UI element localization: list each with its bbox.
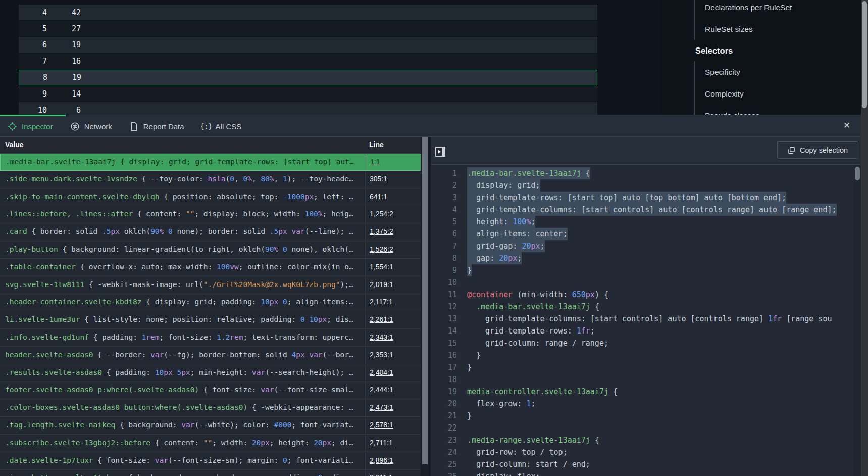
line-link[interactable]: 1,554:1	[370, 263, 393, 271]
line-number: 17	[431, 361, 457, 373]
table-row[interactable]: .results.svelte-asdas0 { padding: 10px 5…	[0, 365, 429, 382]
copy-selection-button[interactable]: Copy selection	[777, 141, 858, 159]
line-link[interactable]: 2,019:1	[370, 280, 393, 289]
chart-row[interactable]: 527	[19, 21, 597, 36]
chart-row-count: 6	[47, 106, 81, 115]
table-row[interactable]: li.svelte-1ume3ur { list-style: none; po…	[0, 312, 429, 329]
code-scrollbar-thumb[interactable]	[855, 167, 860, 180]
code-line: 16 }	[431, 349, 861, 361]
line-link[interactable]: 1,375:2	[370, 227, 393, 235]
line-number: 16	[431, 349, 457, 361]
line-link[interactable]: 2,444:1	[370, 386, 393, 394]
line-cell: 2,473:1	[365, 400, 429, 416]
tab-inspector[interactable]: Inspector	[8, 122, 53, 131]
code-scrollbar[interactable]	[854, 165, 861, 476]
code-text: flex-grow: 1;	[467, 398, 535, 410]
page-scrollbar-thumb[interactable]	[862, 1, 867, 108]
chart-row-value: 4	[19, 8, 47, 17]
tab-report-data[interactable]: Report Data	[129, 122, 184, 131]
line-link[interactable]: 1:1	[370, 158, 380, 166]
code-text: grid-template-columns: [start controls] …	[467, 313, 832, 325]
code-text: grid-gap: 20px;	[467, 240, 545, 252]
table-row[interactable]: .date.svelte-1p7tuxr { font-size: var(--…	[0, 453, 429, 470]
chart-row[interactable]: 442	[19, 5, 597, 20]
tab-label: Network	[84, 122, 112, 131]
line-number: 19	[431, 386, 457, 398]
tab-all-css[interactable]: {:}All CSS	[201, 122, 242, 131]
rule-value: .play-button { background: linear-gradie…	[5, 245, 361, 253]
sidebar-item-ruleset-sizes[interactable]: RuleSet sizes	[695, 18, 846, 40]
network-icon	[70, 122, 80, 131]
close-icon[interactable]: ✕	[843, 121, 850, 130]
table-row[interactable]: .play-button { background: linear-gradie…	[0, 242, 429, 259]
line-link[interactable]: 2,711:1	[370, 439, 393, 447]
table-header: Value Line	[0, 137, 429, 154]
line-cell: 2,578:1	[365, 417, 429, 434]
chart-row-count: 14	[47, 89, 81, 99]
table-scrollbar-thumb[interactable]	[422, 137, 428, 464]
line-link[interactable]: 1,254:2	[370, 210, 393, 218]
chart-row[interactable]: 716	[19, 54, 597, 69]
line-link[interactable]: 2,404:1	[370, 368, 393, 376]
line-link[interactable]: 2,343:1	[370, 333, 393, 341]
table-row[interactable]: header.svelte-asdas0 { --border: var(--f…	[0, 347, 429, 364]
rule-value: li.svelte-1ume3ur { list-style: none; po…	[5, 315, 361, 323]
sidebar-item-complexity[interactable]: Complexity	[695, 83, 846, 105]
line-number: 2	[431, 179, 457, 192]
line-link[interactable]: 2,117:1	[370, 298, 393, 306]
line-link[interactable]: 3,011:1	[370, 473, 393, 476]
line-link[interactable]: 641:1	[370, 193, 387, 201]
tab-network[interactable]: Network	[70, 122, 112, 131]
code-pane: Copy selection 1.media-bar.svelte-13aai7…	[431, 137, 861, 476]
table-row[interactable]: .lines::before, .lines::after { content:…	[0, 206, 429, 223]
chart-row[interactable]: 619	[19, 37, 597, 53]
code-text: }	[467, 349, 481, 361]
rule-value: .header-container.svelte-kbdi8z { displa…	[5, 298, 361, 306]
table-row[interactable]: .side-menu.dark.svelte-1vsndze { --toy-c…	[0, 171, 429, 188]
table-row[interactable]: .table-container { overflow-x: auto; max…	[0, 259, 429, 276]
line-cell: 641:1	[365, 189, 429, 206]
line-link[interactable]: 305:1	[370, 175, 387, 183]
code-text: align-items: center;	[467, 228, 568, 240]
chart-row-value: 5	[19, 24, 47, 33]
line-link[interactable]: 2,578:1	[370, 421, 393, 429]
rule-value: .results.svelte-asdas0 { padding: 10px 5…	[5, 368, 361, 376]
table-row[interactable]: .media-bar.svelte-13aai7j { display: gri…	[0, 154, 429, 171]
code-text: media-controller.svelte-13aai7j {	[467, 386, 618, 398]
line-link[interactable]: 2,473:1	[370, 403, 393, 411]
sidebar-item-specificity[interactable]: Specificity	[695, 61, 846, 83]
table-row[interactable]: .card { border: solid .5px oklch(90% 0 n…	[0, 224, 429, 241]
value-column-header: Value	[5, 140, 24, 149]
code-line: 23.media-range.svelte-13aai7j {	[431, 434, 861, 446]
table-row[interactable]: .skip-to-main-content.svelte-dbylqh { po…	[0, 189, 429, 206]
table-row[interactable]: footer.svelte-asdas0 p:where(.svelte-asd…	[0, 382, 429, 399]
line-column-header[interactable]: Line	[369, 140, 384, 149]
code-text: gap: 20px;	[467, 252, 522, 264]
table-row[interactable]: .icon-button.svelte-1tvhnrz { background…	[0, 470, 429, 476]
sidebar-item-declarations-per-ruleset[interactable]: Declarations per RuleSet	[695, 0, 846, 18]
rule-value: .table-container { overflow-x: auto; max…	[5, 263, 361, 271]
code-line: 22	[431, 422, 861, 434]
table-row[interactable]: .subscribe.svelte-13gboj2::before { cont…	[0, 435, 429, 452]
svg-text:{:}: {:}	[201, 123, 211, 130]
line-cell: 2,343:1	[365, 329, 429, 346]
line-link[interactable]: 1,526:2	[370, 245, 393, 253]
table-scrollbar[interactable]	[421, 137, 429, 476]
chart-row[interactable]: 914	[19, 86, 597, 102]
line-link[interactable]: 2,261:1	[370, 315, 393, 323]
table-row[interactable]: svg.svelte-1tw8111 { -webkit-mask-image:…	[0, 277, 429, 294]
chart-row[interactable]: 819	[19, 70, 597, 85]
table-row[interactable]: .color-boxes.svelte-asdas0 button:where(…	[0, 400, 429, 417]
table-row[interactable]: .tag.length.svelte-naikeq { background: …	[0, 417, 429, 435]
sidebar-item-pseudo-classes[interactable]: Pseudo classes	[695, 105, 846, 115]
panel-toggle-icon[interactable]	[435, 147, 445, 157]
line-cell: 2,404:1	[365, 365, 429, 382]
code-line: 25 grid-column: start / end;	[431, 458, 861, 470]
table-row[interactable]: .header-container.svelte-kbdi8z { displa…	[0, 294, 429, 311]
line-link[interactable]: 2,353:1	[370, 351, 393, 359]
line-number: 1	[431, 167, 457, 179]
page-scrollbar[interactable]	[861, 0, 868, 476]
table-row[interactable]: .info.svelte-gd1unf { padding: 1rem; fon…	[0, 329, 429, 347]
line-link[interactable]: 2,896:1	[370, 456, 393, 464]
code-text: }	[467, 410, 472, 422]
